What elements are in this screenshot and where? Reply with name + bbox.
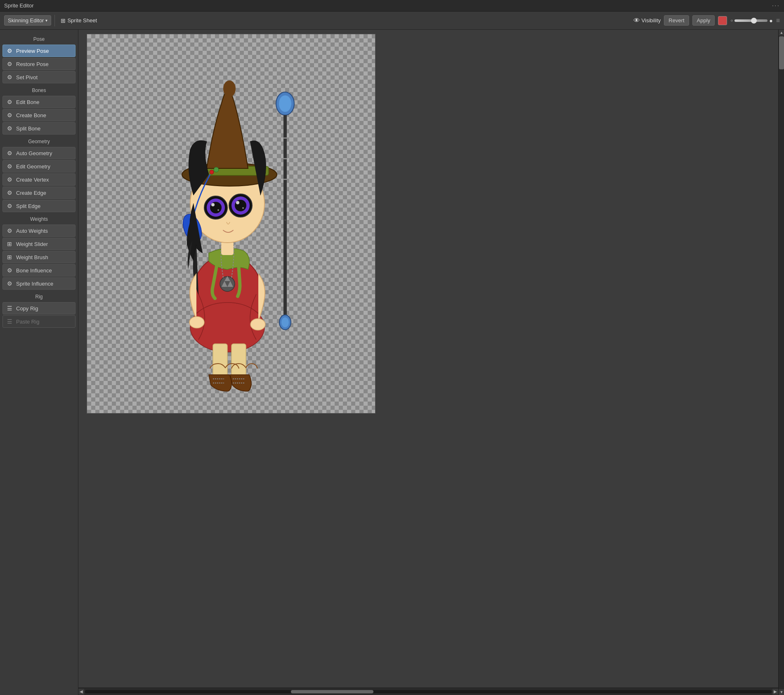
bone-influence-icon: ⚙ [7,267,14,274]
scrollbar-v-thumb[interactable] [779,36,784,69]
edit-geometry-label: Edit Geometry [16,163,50,170]
toolbar-slider[interactable] [734,19,767,22]
paste-rig-icon: ☰ [7,318,14,325]
sidebar: Pose⚙Preview Pose⚙Restore Pose⚙Set Pivot… [0,30,78,695]
svg-point-24 [217,209,219,211]
scroll-left-button[interactable]: ◀ [78,689,84,695]
set-pivot-icon: ⚙ [7,74,14,80]
svg-point-23 [211,203,215,206]
title-bar-menu[interactable]: ··· [772,2,780,9]
sidebar-btn-create-edge[interactable]: ⚙Create Edge [2,187,76,199]
weight-slider-icon: ⊞ [7,241,14,247]
toolbar-slider-group: ○ ● [730,17,773,24]
svg-point-28 [236,201,239,204]
sidebar-btn-restore-pose[interactable]: ⚙Restore Pose [2,58,76,70]
scrollbar-h-track [85,690,772,693]
character-area [128,47,343,402]
scrollbar-v-track [779,35,784,689]
split-bone-icon: ⚙ [7,125,14,132]
weight-brush-icon: ⊞ [7,254,14,260]
svg-rect-7 [283,158,287,159]
toolbar-scroll-icon: ≡ [776,17,780,24]
sidebar-btn-sprite-influence[interactable]: ⚙Sprite Influence [2,277,76,290]
sprite-sheet-label: Sprite Sheet [67,17,97,24]
sidebar-btn-auto-weights[interactable]: ⚙Auto Weights [2,225,76,237]
grid-icon: ⊞ [61,17,66,24]
copy-rig-icon: ☰ [7,305,14,312]
scroll-right-button[interactable]: ▶ [772,689,778,695]
edit-geometry-icon: ⚙ [7,163,14,170]
sidebar-btn-preview-pose[interactable]: ⚙Preview Pose [2,45,76,57]
edit-bone-label: Edit Bone [16,99,39,105]
edit-bone-icon: ⚙ [7,99,14,105]
set-pivot-label: Set Pivot [16,74,38,80]
sidebar-btn-set-pivot[interactable]: ⚙Set Pivot [2,71,76,83]
sidebar-btn-weight-slider[interactable]: ⊞Weight Slider [2,238,76,250]
sidebar-btn-copy-rig[interactable]: ☰Copy Rig [2,302,76,314]
auto-geometry-icon: ⚙ [7,150,14,156]
sidebar-btn-create-bone[interactable]: ⚙Create Bone [2,109,76,121]
sprite-canvas[interactable] [87,34,375,414]
split-edge-label: Split Edge [16,203,40,209]
skinning-editor-dropdown[interactable]: Skinning Editor ▾ [4,15,51,26]
vertical-scrollbar: ▲ ▼ [778,30,784,695]
sidebar-btn-edit-bone[interactable]: ⚙Edit Bone [2,96,76,108]
sidebar-btn-split-edge[interactable]: ⚙Split Edge [2,200,76,212]
svg-point-5 [281,317,289,327]
svg-point-18 [210,170,214,174]
preview-pose-icon: ⚙ [7,47,14,54]
create-edge-label: Create Edge [16,190,46,196]
svg-point-16 [223,80,236,97]
sidebar-btn-split-bone[interactable]: ⚙Split Bone [2,122,76,135]
main-area: Pose⚙Preview Pose⚙Restore Pose⚙Set Pivot… [0,30,784,695]
skinning-editor-label: Skinning Editor [8,17,44,24]
preview-pose-label: Preview Pose [16,48,49,54]
restore-pose-icon: ⚙ [7,61,14,67]
sprite-influence-label: Sprite Influence [16,281,53,287]
svg-point-17 [214,167,219,172]
sidebar-section-label-bones: Bones [2,84,76,95]
sprite-sheet-tab[interactable]: ⊞ Sprite Sheet [58,16,99,26]
toolbar: Skinning Editor ▾ ⊞ Sprite Sheet 👁 Visib… [0,12,784,30]
dropdown-arrow-icon: ▾ [45,18,47,23]
auto-weights-icon: ⚙ [7,227,14,234]
auto-weights-label: Auto Weights [16,228,48,234]
create-edge-icon: ⚙ [7,189,14,196]
weight-slider-label: Weight Slider [16,241,48,247]
visibility-label: Visibility [642,17,661,24]
title-bar-left: Sprite Editor [4,2,34,9]
toolbar-separator [54,15,55,26]
sidebar-section-label-rig: Rig [2,291,76,301]
sidebar-section-label-geometry: Geometry [2,135,76,146]
character-svg [149,55,322,393]
svg-rect-8 [283,179,287,180]
scrollbar-h-thumb[interactable] [291,690,373,693]
svg-point-31 [250,319,265,330]
scroll-down-button[interactable]: ▼ [779,689,784,695]
sidebar-btn-weight-brush[interactable]: ⊞Weight Brush [2,251,76,263]
canvas-viewport[interactable] [78,30,778,688]
svg-point-30 [189,317,204,328]
sidebar-btn-auto-geometry[interactable]: ⚙Auto Geometry [2,147,76,159]
circle-icon-right: ● [769,17,772,24]
sidebar-section-label-weights: Weights [2,213,76,224]
sprite-influence-icon: ⚙ [7,280,14,287]
bone-influence-label: Bone Influence [16,267,52,274]
sidebar-btn-create-vertex[interactable]: ⚙Create Vertex [2,173,76,186]
horizontal-scrollbar[interactable] [84,689,772,695]
visibility-button[interactable]: 👁 Visibility [633,17,661,24]
canvas-right: ◀ ▶ ▲ ▼ [78,30,784,695]
create-vertex-label: Create Vertex [16,177,49,183]
sidebar-btn-bone-influence[interactable]: ⚙Bone Influence [2,264,76,277]
split-bone-label: Split Bone [16,125,40,132]
apply-button[interactable]: Apply [692,15,715,26]
svg-point-1 [279,95,291,112]
color-swatch-red[interactable] [718,16,727,25]
sidebar-btn-edit-geometry[interactable]: ⚙Edit Geometry [2,160,76,173]
revert-button[interactable]: Revert [664,15,689,26]
app-title: Sprite Editor [4,2,34,9]
circle-icon-left: ○ [730,18,733,23]
canvas-bottom-bar: ◀ ▶ [78,688,778,695]
scroll-up-button[interactable]: ▲ [779,30,784,35]
svg-rect-6 [283,137,287,139]
